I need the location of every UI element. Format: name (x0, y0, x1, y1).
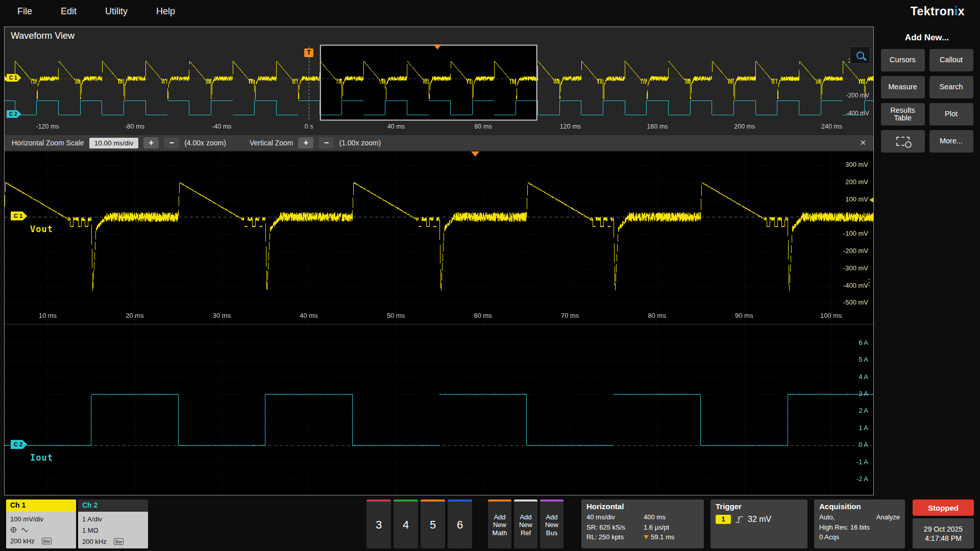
acquisition-panel[interactable]: Acquisition Auto,Analyze High Res: 16 bi… (814, 499, 905, 548)
vertical-zoom-factor: (1.00x zoom) (339, 139, 381, 147)
plot-splitter-handle[interactable]: ⋮ (865, 281, 873, 284)
vout-trace-label[interactable]: Vout (30, 224, 53, 234)
vertical-zoom-decrease-button[interactable]: − (318, 137, 334, 148)
menu-file[interactable]: File (17, 6, 32, 17)
iout-waveform-canvas[interactable] (5, 324, 873, 495)
add-new-ref-button[interactable]: AddNewRef (514, 499, 537, 548)
tick-label: 0 s (305, 123, 313, 130)
trigger-title: Trigger (716, 502, 802, 511)
ch2-badge-panel[interactable]: Ch 2 1 A/div 1 MΩ 200 kHz Bw (78, 499, 148, 548)
horizontal-zoom-scale-value[interactable]: 10.00 ms/div (89, 138, 139, 148)
plot-button[interactable]: Plot (929, 103, 973, 126)
vout-plot: C 1 Vout 300 mV200 mV100 mV-100 mV-200 m… (5, 152, 873, 324)
ac-coupling-icon (21, 528, 29, 533)
ch2-bandwidth: 200 kHz (82, 538, 107, 545)
menu-bar: File Edit Utility Help Tektronix (0, 0, 980, 22)
overview-zoom-tool-chip[interactable] (850, 46, 870, 64)
horizontal-zoom-decrease-button[interactable]: − (164, 137, 179, 148)
measure-button[interactable]: Measure (881, 76, 925, 98)
overview-ch1-zero-marker-icon (869, 76, 873, 81)
horizontal-zoom-scale-label: Horizontal Zoom Scale (12, 139, 84, 147)
tick-label: 160 ms (647, 123, 668, 130)
trigger-level: 32 mV (748, 515, 771, 524)
horizontal-title: Horizontal (586, 502, 699, 511)
tick-label: -80 ms (125, 123, 144, 130)
overview-plot: T C 1 C 2 200 mV-200 mV-400 mV -120 ms-8… (5, 44, 873, 134)
acquisition-analyze: Analyze (876, 512, 900, 522)
main-content: Waveform View T C 1 C 2 200 mV-200 mV-40… (0, 27, 980, 495)
add-new-bus-button[interactable]: AddNewBus (540, 499, 564, 548)
vout-waveform-canvas[interactable] (5, 152, 873, 324)
add-new-title: Add New... (878, 33, 976, 43)
vertical-zoom-increase-button[interactable]: + (298, 137, 313, 148)
channel-4-label: 4 (403, 502, 409, 548)
menu-edit[interactable]: Edit (61, 6, 77, 17)
delay-flag-icon (644, 535, 649, 539)
trigger-position-marker[interactable]: T (304, 48, 313, 57)
acquisition-count: 0 Acqs (819, 532, 900, 542)
acquisition-detail: High Res: 16 bits (819, 522, 900, 533)
channel-3-button[interactable]: 3 (366, 499, 391, 548)
horizontal-delay: 59.1 ms (651, 532, 674, 542)
horizontal-scale: 40 ms/div (586, 512, 644, 522)
zoom-scale-bar: Horizontal Zoom Scale 10.00 ms/div + − (… (5, 135, 873, 151)
acquisition-title: Acquisition (819, 502, 900, 511)
delay-marker-icon[interactable] (471, 152, 479, 157)
ch1-bw-limit-badge: Bw (42, 538, 52, 544)
tick-label: -40 ms (212, 123, 231, 130)
channel-3-label: 3 (376, 502, 382, 548)
ch1-badge-panel[interactable]: Ch 1 100 mV/div 200 kHz Bw (6, 499, 76, 548)
callout-button[interactable]: Callout (929, 49, 973, 71)
results-table-button[interactable]: Results Table (881, 103, 925, 126)
zoom-select-icon (896, 137, 910, 146)
trigger-level-marker-icon (869, 197, 873, 203)
ch1-bandwidth: 200 kHz (10, 537, 35, 545)
trigger-panel[interactable]: Trigger 1 32 mV (710, 499, 807, 548)
add-new-math-button[interactable]: AddNewMath (488, 499, 511, 548)
ch1-scale: 100 mV/div (10, 515, 72, 523)
trigger-source-badge: 1 (716, 515, 731, 524)
time-label: 4:17:48 PM (925, 534, 962, 542)
probe-ground-icon (10, 527, 17, 533)
zoom-window[interactable] (320, 44, 537, 121)
ch1-settings: 100 mV/div 200 kHz Bw (6, 512, 76, 548)
zoom-bar-close-icon[interactable]: ✕ (860, 138, 866, 147)
datetime-panel: 29 Oct 2025 4:17:48 PM (913, 518, 974, 548)
horizontal-panel[interactable]: Horizontal 40 ms/div400 ms SR: 625 kS/s1… (581, 499, 704, 548)
add-buttons-group: AddNewMath AddNewRef AddNewBus (488, 499, 564, 548)
cursors-button[interactable]: Cursors (881, 49, 925, 71)
run-stop-button[interactable]: Stopped (913, 499, 974, 516)
horizontal-window: 400 ms (644, 512, 666, 522)
status-bar: Ch 1 100 mV/div 200 kHz Bw Ch 2 1 A/div … (0, 497, 980, 550)
tick-label: 80 ms (475, 123, 492, 130)
more-button[interactable]: More... (929, 130, 973, 153)
channel-5-label: 5 (430, 502, 436, 548)
delay-marker-icon[interactable] (433, 44, 442, 49)
acquisition-mode: Auto, (819, 512, 835, 522)
sample-interval: 1.6 µs/pt (644, 522, 669, 533)
horizontal-zoom-increase-button[interactable]: + (143, 137, 159, 148)
ch1-name: Ch 1 (6, 499, 76, 512)
record-length: RL: 250 kpts (586, 532, 644, 542)
zoom-select-button[interactable] (881, 130, 925, 153)
channel-6-button[interactable]: 6 (448, 499, 472, 548)
horizontal-zoom-factor: (4.00x zoom) (184, 139, 226, 147)
iout-trace-label[interactable]: Iout (30, 453, 53, 463)
channel-4-button[interactable]: 4 (394, 499, 418, 548)
ch1-zero-marker-icon (868, 213, 873, 220)
ch2-bw-limit-badge: Bw (114, 538, 124, 545)
ch2-scale: 1 A/div (82, 515, 144, 523)
tektronix-logo: Tektronix (911, 5, 965, 18)
iout-plot: C 2 Iout 6 A5 A4 A3 A2 A1 A0 A-1 A-2 A (5, 324, 873, 495)
date-label: 29 Oct 2025 (924, 525, 963, 533)
ch2-name: Ch 2 (78, 499, 148, 512)
waveform-view: Waveform View T C 1 C 2 200 mV-200 mV-40… (4, 27, 874, 495)
menu-utility[interactable]: Utility (105, 6, 128, 17)
search-button[interactable]: Search (929, 76, 973, 98)
menu-help[interactable]: Help (156, 6, 175, 17)
run-state-column: Stopped 29 Oct 2025 4:17:48 PM (913, 499, 974, 548)
rising-edge-icon (735, 516, 744, 523)
channel-5-button[interactable]: 5 (421, 499, 445, 548)
ch2-impedance: 1 MΩ (82, 527, 144, 534)
overview-time-axis: -120 ms-80 ms-40 ms0 s40 ms80 ms120 ms16… (5, 121, 873, 134)
